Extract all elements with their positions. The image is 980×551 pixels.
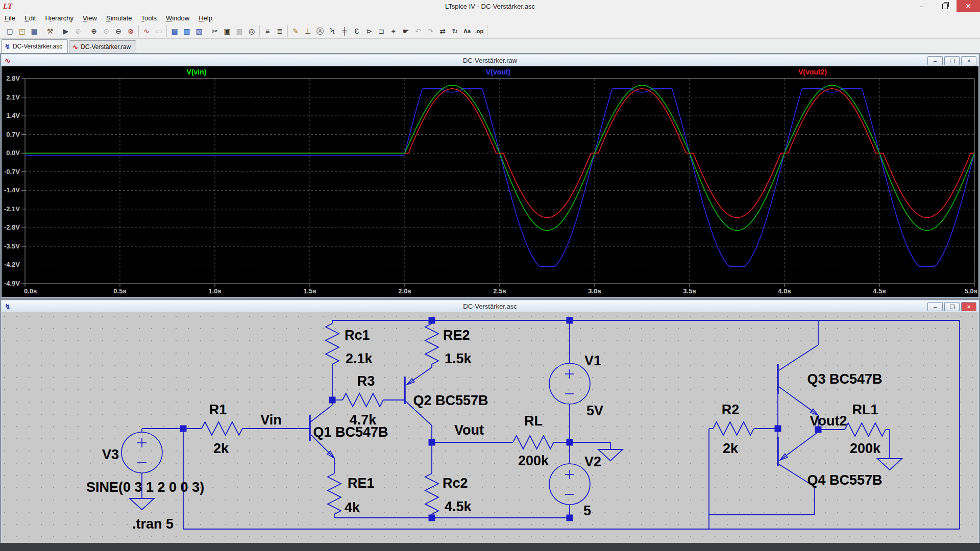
menu-file[interactable]: File [0, 13, 20, 23]
svg-text:2.5s: 2.5s [493, 287, 506, 295]
junction-dot [180, 425, 187, 432]
restore-button[interactable] [933, 0, 957, 12]
schematic-canvas[interactable]: Rc12.1kRE21.5kR34.7kR12kRE14kRc24.5kRL20… [2, 312, 978, 542]
spice-directive-icon[interactable]: .op [473, 26, 485, 37]
tab-DC-Verstärker.asc[interactable]: ↯DC-Verstärker.asc [1, 39, 68, 53]
waveform-minimize-button[interactable]: – [927, 56, 943, 65]
menu-simulate[interactable]: Simulate [102, 13, 137, 23]
menu-help[interactable]: Help [194, 13, 217, 23]
trace-label-V(vin)[interactable]: V(vin) [187, 68, 207, 76]
tab-DC-Verstärker.raw[interactable]: ∿DC-Verstärker.raw [69, 40, 136, 53]
schematic-text[interactable]: Q3 BC547B [807, 371, 882, 387]
schematic-close-button[interactable]: × [961, 302, 976, 311]
copy-icon[interactable]: ▣ [221, 26, 233, 37]
tabbar: ↯DC-Verstärker.asc∿DC-Verstärker.raw [0, 39, 980, 54]
resistor-label[interactable]: RL1 [852, 402, 878, 417]
toolbar-group: ≡≣ [260, 25, 288, 37]
svg-text:-3.5V: -3.5V [4, 242, 20, 250]
menu-window[interactable]: Window [161, 13, 194, 23]
place-resistor-icon[interactable]: Ϟ [326, 26, 338, 37]
resistor-value[interactable]: 2.1k [346, 351, 373, 366]
resistor-label[interactable]: RE2 [443, 328, 470, 343]
schematic-text[interactable]: Q4 BC557B [807, 472, 882, 488]
resistor-label[interactable]: R1 [209, 402, 227, 417]
place-ground-icon[interactable]: ⊥ [302, 26, 314, 37]
new-schematic-icon[interactable]: ▢ [4, 26, 16, 37]
rotate-icon[interactable]: ↻ [449, 26, 461, 37]
resistor-value[interactable]: 2k [723, 441, 739, 456]
menu-tools[interactable]: Tools [137, 13, 161, 23]
run-simulation-icon[interactable]: ▶ [60, 26, 72, 37]
place-capacitor-icon[interactable]: ╪ [338, 26, 351, 37]
schematic-text[interactable]: 5V [586, 403, 603, 418]
place-diode-icon[interactable]: ⊳ [363, 26, 375, 37]
menu-view[interactable]: View [78, 13, 102, 23]
menu-hierarchy[interactable]: Hierarchy [40, 13, 78, 23]
waveform-restore-button[interactable] [944, 56, 960, 65]
schematic-text[interactable]: Vin [260, 412, 282, 428]
resistor-value[interactable]: 2k [213, 441, 229, 456]
svg-text:2.0s: 2.0s [398, 287, 411, 295]
place-component-icon[interactable]: ⊐ [375, 26, 387, 37]
trace-label-V(vout2)[interactable]: V(vout2) [798, 68, 827, 76]
junction-dot [567, 439, 573, 446]
zoom-out-icon[interactable]: ⊖ [112, 26, 125, 37]
resistor-value[interactable]: 1.5k [445, 351, 472, 366]
schematic-text[interactable]: V3 [102, 447, 119, 462]
drag-icon[interactable]: ☛ [400, 26, 412, 37]
resistor-label[interactable]: Rc2 [443, 475, 468, 491]
place-inductor-icon[interactable]: Ɛ [351, 26, 363, 37]
resistor-label[interactable]: R2 [722, 402, 740, 417]
schematic-text[interactable]: V2 [584, 454, 601, 469]
schematic-text[interactable]: Q2 BC557B [413, 393, 488, 408]
waveform-close-button[interactable]: × [961, 56, 976, 65]
save-icon[interactable]: ▦ [28, 26, 40, 37]
waveform-plot[interactable]: 2.8V2.1V1.4V0.7V0.0V-0.7V-1.4V-2.1V-2.8V… [2, 66, 978, 297]
schematic-restore-button[interactable] [944, 302, 960, 311]
open-file-icon[interactable]: ◰ [16, 26, 28, 37]
tile-horizontally-icon[interactable]: ▥ [181, 26, 193, 37]
move-icon[interactable]: ⌖ [387, 26, 400, 37]
find-icon[interactable]: ◎ [246, 26, 258, 37]
schematic-minimize-button[interactable]: – [927, 302, 943, 311]
schematic-titlebar[interactable]: ↯ DC-Verstärker.asc – × [2, 300, 978, 313]
resistor-value[interactable]: 200k [518, 453, 549, 468]
cut-icon[interactable]: ✂ [209, 26, 221, 37]
schematic-text[interactable]: 5 [583, 503, 591, 518]
resistor-label[interactable]: Rc1 [345, 328, 370, 343]
zoom-in-icon[interactable]: ⊕ [88, 26, 100, 37]
edit-pencil-icon[interactable]: ✎ [289, 26, 302, 37]
print-icon[interactable]: ≡ [261, 26, 274, 37]
resistor-label[interactable]: RL [524, 413, 543, 429]
trace-label-V(vout)[interactable]: V(vout) [486, 68, 510, 76]
resistor-label[interactable]: RE1 [348, 475, 375, 491]
svg-text:-0.7V: -0.7V [4, 168, 20, 176]
control-panel-icon[interactable]: ⚒ [44, 26, 56, 37]
place-text-icon[interactable]: Aa [461, 26, 473, 37]
schematic-text[interactable]: Vout2 [810, 413, 847, 429]
close-button[interactable]: ✕ [957, 0, 980, 12]
toolbar-group: ⊕⊙⊖⊗ [86, 25, 139, 37]
waveform-titlebar[interactable]: ∿ DC-Verstärker.raw – × [2, 55, 978, 67]
schematic-text[interactable]: Q1 BC547B [313, 424, 388, 440]
schematic-text[interactable]: SINE(0 3 1 2 0 0 3) [86, 480, 204, 495]
place-label-icon[interactable]: Ⓐ [314, 26, 326, 37]
mirror-icon[interactable]: ⇄ [436, 26, 449, 37]
schematic-icon: ↯ [5, 43, 10, 51]
autorange-y-icon[interactable]: ∿ [140, 26, 153, 37]
svg-text:2.1V: 2.1V [6, 93, 20, 101]
resistor-value[interactable]: 200k [850, 441, 881, 456]
restore-icon [950, 305, 954, 309]
resistor-value[interactable]: 4k [345, 500, 360, 515]
resistor-value[interactable]: 4.5k [445, 499, 472, 514]
tile-vertically-icon[interactable]: ▤ [168, 26, 181, 37]
schematic-text[interactable]: .tran 5 [132, 516, 174, 532]
menu-edit[interactable]: Edit [20, 13, 40, 23]
schematic-text[interactable]: Vout [454, 422, 484, 438]
zoom-full-extents-icon[interactable]: ⊗ [125, 26, 137, 37]
print-preview-icon[interactable]: ≣ [274, 26, 286, 37]
schematic-text[interactable]: V1 [584, 353, 601, 368]
cascade-windows-icon[interactable]: ▧ [193, 26, 205, 37]
minimize-button[interactable]: – [910, 0, 933, 12]
resistor-label[interactable]: R3 [357, 373, 375, 389]
